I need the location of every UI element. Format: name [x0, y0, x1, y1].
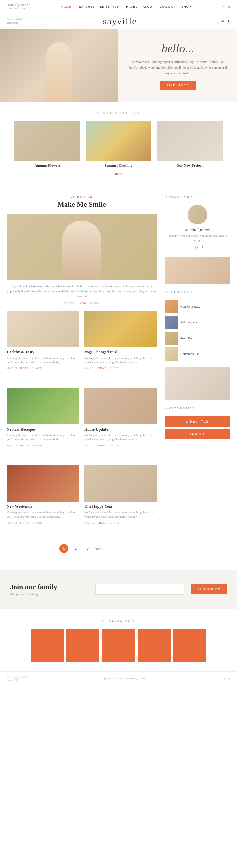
- page-next[interactable]: NEXT: [95, 547, 104, 550]
- follow-item-3[interactable]: [138, 629, 170, 661]
- post-card-2[interactable]: Summer Clothing: [86, 121, 151, 167]
- author-avatar: [188, 205, 207, 224]
- footer-twitter-icon[interactable]: ✦: [228, 677, 230, 680]
- footer-creating: Creating content from NYC: [7, 676, 26, 682]
- sidebar-banner-image: [165, 367, 230, 400]
- popular-posts-label: // POPULAR POSTS //: [7, 112, 230, 115]
- trending-label: // TRENDING //: [165, 290, 230, 293]
- post-share-2[interactable]: SHARE: [32, 444, 43, 447]
- author-instagram-icon[interactable]: ◎: [195, 245, 198, 249]
- categories-box: Lifestyle Travel: [165, 416, 230, 439]
- lifestyle-main-image: [7, 214, 157, 280]
- post-img-0: [7, 311, 79, 347]
- follow-item-2[interactable]: [102, 629, 135, 661]
- nav-features[interactable]: Features: [77, 5, 95, 8]
- footer-instagram-icon[interactable]: ◎: [223, 677, 226, 680]
- nav-travel[interactable]: Travel: [124, 5, 137, 8]
- post-read-3[interactable]: READ: [98, 444, 107, 447]
- page-1[interactable]: 1: [59, 544, 69, 553]
- pagination: 1 2 3 NEXT: [7, 537, 157, 560]
- post-title-1: Autumn Flowers: [15, 163, 80, 167]
- nav-lifestyle[interactable]: Lifestyle: [100, 5, 119, 8]
- post-excerpt-4: You've gotta dance like there's nobody w…: [7, 510, 79, 519]
- carousel-dots: [7, 173, 230, 175]
- post-item-2: Neutral Receipes You've gotta dance like…: [7, 388, 79, 454]
- nav-shop[interactable]: Shop: [181, 5, 191, 8]
- posts-grid: Autumn Flowers Summer Clothing Our New P…: [7, 121, 230, 167]
- author-twitter-icon[interactable]: ✦: [201, 245, 204, 249]
- post-share-3[interactable]: SHARE: [109, 444, 120, 447]
- footer-facebook-icon[interactable]: f: [220, 677, 220, 680]
- post-title-4: New Weekends: [7, 504, 79, 509]
- meta-read[interactable]: READ: [77, 301, 86, 304]
- post-date-4: MAY 01: [7, 521, 18, 524]
- join-title: Join our family: [10, 583, 89, 591]
- trending-label-3: Christmas For: [180, 352, 199, 355]
- twitter-icon[interactable]: ✦: [227, 19, 230, 24]
- post-meta-3: MAY 01 READ SHARE: [84, 444, 157, 447]
- trending-img-0: [165, 300, 178, 313]
- facebook-icon[interactable]: f: [217, 19, 218, 24]
- join-section: Join our family Get updates to my blog S…: [0, 569, 237, 609]
- post-meta-1: MAY 01 READ SHARE: [84, 367, 157, 370]
- dot-1[interactable]: [115, 173, 117, 175]
- post-item-4: New Weekends You've gotta dance like the…: [7, 465, 79, 531]
- post-read-0[interactable]: READ: [20, 367, 29, 370]
- lifestyle-title: Make Me Smile: [7, 200, 157, 209]
- find-more-button[interactable]: FIND MORE: [160, 81, 196, 90]
- dot-2[interactable]: [120, 173, 122, 175]
- email-input[interactable]: [96, 584, 184, 594]
- follow-item-1[interactable]: [67, 629, 99, 661]
- lifestyle-quote: A girl should be two things: who and wha…: [7, 284, 157, 299]
- trending-label-2: From Bali: [180, 337, 193, 340]
- trending-item-1[interactable]: Autumn gifts: [165, 316, 230, 329]
- site-logo[interactable]: sayville: [103, 16, 137, 27]
- meta-share[interactable]: SHARE: [89, 301, 100, 304]
- trending-item-3[interactable]: Christmas For: [165, 347, 230, 361]
- post-meta-2: MAY 01 READ SHARE: [7, 444, 79, 447]
- post-date-1: MAY 01: [84, 367, 96, 370]
- nav-contact[interactable]: Contact: [160, 5, 176, 8]
- nav-home[interactable]: Home: [61, 5, 72, 8]
- post-item-1: Yoga Changed It All You've gotta dance l…: [84, 311, 157, 376]
- cart-icon[interactable]: 🛒: [222, 5, 226, 8]
- post-read-1[interactable]: READ: [98, 367, 107, 370]
- page-2[interactable]: 2: [71, 544, 80, 553]
- delivery-text: Delivery of the: [7, 3, 31, 7]
- post-read-2[interactable]: READ: [20, 444, 29, 447]
- post-share-1[interactable]: SHARE: [109, 367, 120, 370]
- subscribe-button[interactable]: SUBSCRIBE: [191, 584, 227, 594]
- nav-left: Delivery of the best stories: [7, 3, 31, 10]
- post-share-4[interactable]: SHARE: [32, 521, 43, 524]
- category-lifestyle-button[interactable]: Lifestyle: [165, 416, 230, 427]
- post-img-5: [84, 465, 157, 501]
- hero-section: hello... I am Kendall – photographer & I…: [0, 29, 237, 101]
- post-share-0[interactable]: SHARE: [32, 367, 43, 370]
- post-card-3[interactable]: Our New Project: [157, 121, 222, 167]
- trending-item-0[interactable]: Healthy & tasty: [165, 300, 230, 313]
- post-date-2: MAY 01: [7, 444, 18, 447]
- lifestyle-tag: LIFESTYLE: [7, 195, 157, 198]
- post-item-0: Healthy & Tasty You've gotta dance like …: [7, 311, 79, 376]
- page-3[interactable]: 3: [83, 544, 92, 553]
- lifestyle-section: LIFESTYLE Make Me Smile A girl should be…: [0, 185, 237, 569]
- author-name: kendall jones: [165, 227, 230, 232]
- post-img-4: [7, 465, 79, 501]
- category-travel-button[interactable]: Travel: [165, 429, 230, 439]
- follow-item-4[interactable]: [173, 629, 206, 661]
- follow-grid: [7, 629, 230, 661]
- post-card-1[interactable]: Autumn Flowers: [15, 121, 80, 167]
- post-read-4[interactable]: READ: [20, 521, 29, 524]
- hero-photo: [0, 29, 119, 101]
- post-meta-0: MAY 01 READ SHARE: [7, 367, 79, 370]
- nav-links: Home Features Lifestyle Travel About Con…: [61, 5, 191, 8]
- follow-item-0[interactable]: [31, 629, 64, 661]
- post-read-5[interactable]: READ: [98, 521, 107, 524]
- author-facebook-icon[interactable]: f: [191, 245, 192, 249]
- post-excerpt-5: You've gotta dance like there's nobody w…: [84, 510, 157, 519]
- join-text: Join our family Get updates to my blog: [10, 583, 89, 596]
- nav-about[interactable]: About: [142, 5, 154, 8]
- trending-item-2[interactable]: From Bali: [165, 332, 230, 345]
- instagram-icon[interactable]: ◎: [221, 19, 225, 24]
- post-share-5[interactable]: SHARE: [109, 521, 120, 524]
